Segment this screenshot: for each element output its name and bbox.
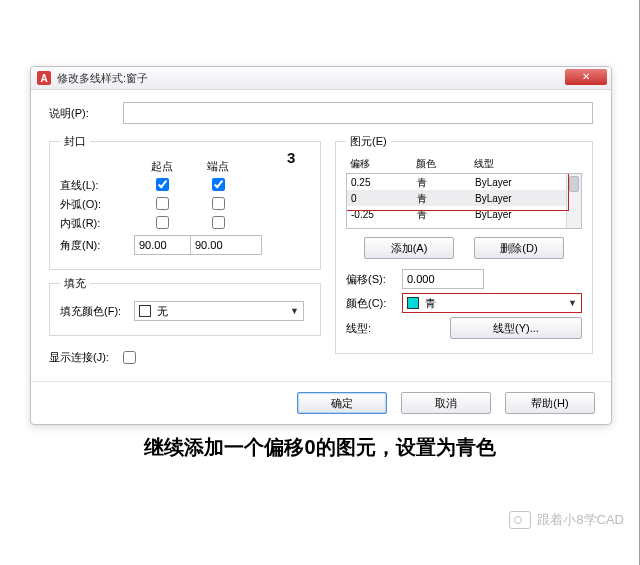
help-button[interactable]: 帮助(H) — [505, 392, 595, 414]
desc-input[interactable] — [123, 102, 593, 124]
none-swatch-icon — [139, 305, 151, 317]
fill-label: 填充颜色(F): — [60, 304, 134, 319]
cancel-button[interactable]: 取消 — [401, 392, 491, 414]
linetype-button[interactable]: 线型(Y)... — [450, 317, 582, 339]
fill-value: 无 — [157, 304, 168, 319]
joint-label: 显示连接(J): — [49, 350, 123, 365]
line-end-check[interactable] — [212, 178, 225, 191]
chevron-down-icon: ▼ — [290, 306, 299, 316]
app-icon: A — [37, 71, 51, 85]
scroll-thumb[interactable] — [569, 176, 579, 192]
color-value: 青 — [425, 296, 436, 311]
arcout-label: 外弧(O): — [60, 197, 134, 212]
arcin-end-check[interactable] — [212, 216, 225, 229]
dialog: A 修改多线样式:窗子 ✕ 说明(P): 封口 起点端点 直线(L): 外弧(O… — [30, 66, 612, 425]
fill-combo[interactable]: 无 ▼ — [134, 301, 304, 321]
elements-legend: 图元(E) — [346, 134, 391, 149]
dialog-footer: 确定 取消 帮助(H) — [31, 381, 611, 424]
hdr-linetype: 线型 — [470, 155, 582, 173]
hdr-offset: 偏移 — [346, 155, 412, 173]
list-row[interactable]: -0.25青ByLayer — [347, 206, 581, 222]
dialog-title: 修改多线样式:窗子 — [57, 71, 148, 86]
close-button[interactable]: ✕ — [565, 69, 607, 85]
caps-group: 封口 起点端点 直线(L): 外弧(O): 内弧(R): 角度(N): — [49, 134, 321, 270]
wechat-icon — [509, 511, 531, 529]
watermark: 跟着小8学CAD — [509, 511, 624, 529]
col-start: 起点 — [134, 159, 190, 174]
color-combo[interactable]: 青 ▼ — [402, 293, 582, 313]
color-label: 颜色(C): — [346, 296, 402, 311]
list-row[interactable]: 0青ByLayer — [347, 190, 581, 206]
elements-group: 图元(E) 偏移 颜色 线型 0.25青ByLayer 0青ByLayer -0… — [335, 134, 593, 354]
watermark-text: 跟着小8学CAD — [537, 511, 624, 529]
delete-button[interactable]: 删除(D) — [474, 237, 564, 259]
add-button[interactable]: 添加(A) — [364, 237, 454, 259]
annotation-3: 3 — [287, 149, 295, 166]
offset-label: 偏移(S): — [346, 272, 402, 287]
chevron-down-icon: ▼ — [568, 298, 577, 308]
arcout-end-check[interactable] — [212, 197, 225, 210]
titlebar[interactable]: A 修改多线样式:窗子 ✕ — [31, 67, 611, 90]
hdr-color: 颜色 — [412, 155, 470, 173]
cyan-swatch-icon — [407, 297, 419, 309]
line-start-check[interactable] — [156, 178, 169, 191]
fill-group: 填充 填充颜色(F): 无 ▼ — [49, 276, 321, 336]
desc-label: 说明(P): — [49, 106, 123, 121]
caps-legend: 封口 — [60, 134, 90, 149]
angle-label: 角度(N): — [60, 238, 134, 253]
arcout-start-check[interactable] — [156, 197, 169, 210]
offset-input[interactable] — [402, 269, 484, 289]
ok-button[interactable]: 确定 — [297, 392, 387, 414]
angle-end-input[interactable] — [190, 235, 262, 255]
arcin-start-check[interactable] — [156, 216, 169, 229]
list-row[interactable]: 0.25青ByLayer — [347, 174, 581, 190]
elements-list[interactable]: 0.25青ByLayer 0青ByLayer -0.25青ByLayer — [346, 173, 582, 229]
list-header: 偏移 颜色 线型 — [346, 155, 582, 173]
col-end: 端点 — [190, 159, 246, 174]
tutorial-caption: 继续添加一个偏移0的图元，设置为青色 — [0, 434, 640, 461]
line-label: 直线(L): — [60, 178, 134, 193]
arcin-label: 内弧(R): — [60, 216, 134, 231]
linetype-label: 线型: — [346, 321, 402, 336]
joint-check[interactable] — [123, 351, 136, 364]
scrollbar[interactable] — [566, 174, 581, 228]
fill-legend: 填充 — [60, 276, 90, 291]
